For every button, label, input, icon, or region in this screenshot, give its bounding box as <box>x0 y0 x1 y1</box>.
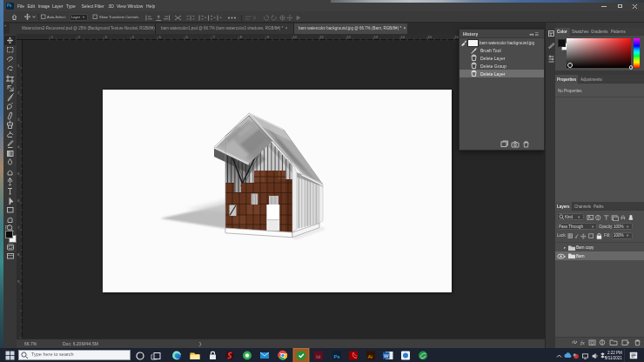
svg-text:5: 5 <box>17 171 20 176</box>
svg-text:9: 9 <box>17 279 20 284</box>
svg-text:Id: Id <box>316 353 320 359</box>
svg-text:2: 2 <box>78 34 81 38</box>
svg-text:8: 8 <box>17 252 20 257</box>
svg-text:4: 4 <box>17 144 20 149</box>
svg-text:1: 1 <box>17 64 20 68</box>
svg-text:Ai: Ai <box>368 353 372 359</box>
svg-text:14: 14 <box>401 34 406 38</box>
svg-text:8: 8 <box>240 34 243 38</box>
svg-text:Ps: Ps <box>334 353 340 359</box>
svg-text:4: 4 <box>132 34 135 38</box>
svg-text:6: 6 <box>186 34 189 38</box>
svg-text:11: 11 <box>320 34 325 38</box>
svg-text:5: 5 <box>159 34 162 38</box>
svg-text:2: 2 <box>17 90 20 95</box>
svg-text:7: 7 <box>17 225 20 230</box>
svg-text:13: 13 <box>374 34 379 38</box>
svg-text:1: 1 <box>51 34 54 38</box>
svg-text:W: W <box>384 352 389 358</box>
svg-text:15: 15 <box>428 34 433 38</box>
svg-text:fx: fx <box>580 339 585 345</box>
svg-text:12: 12 <box>347 34 352 38</box>
svg-text:3: 3 <box>17 117 20 122</box>
svg-text:3: 3 <box>105 34 108 38</box>
svg-text:9: 9 <box>267 34 270 38</box>
svg-text:10: 10 <box>293 34 298 38</box>
svg-text:6: 6 <box>17 198 20 203</box>
svg-text:7: 7 <box>213 34 216 38</box>
